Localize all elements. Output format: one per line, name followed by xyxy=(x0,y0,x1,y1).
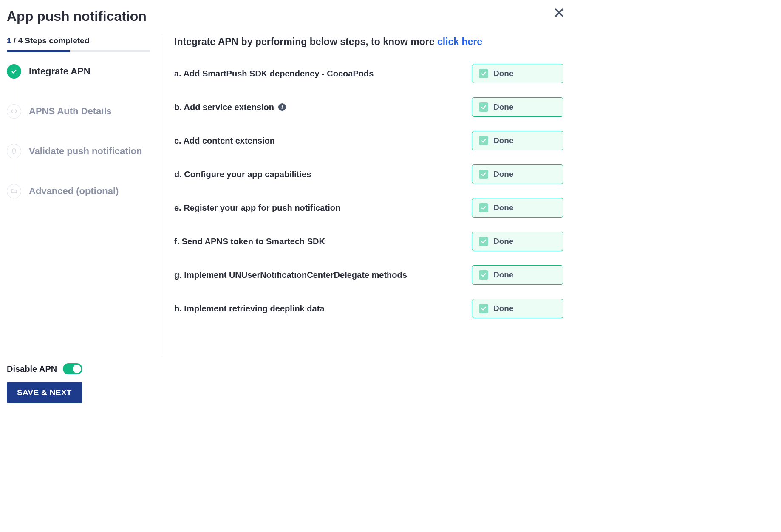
task-row: d. Configure your app capabilitiesDone xyxy=(174,164,563,184)
done-label: Done xyxy=(493,270,514,280)
task-label: e. Register your app for push notificati… xyxy=(174,203,340,213)
vertical-divider xyxy=(162,36,162,355)
done-label: Done xyxy=(493,304,514,313)
task-row: a. Add SmartPush SDK dependency - CocoaP… xyxy=(174,64,563,83)
folder-icon xyxy=(7,184,21,198)
progress-current: 1 xyxy=(7,36,11,45)
progress-text: 1 / 4 Steps completed xyxy=(7,36,150,45)
done-label: Done xyxy=(493,203,514,212)
step-validate-push[interactable]: Validate push notification xyxy=(7,144,150,184)
task-row: g. Implement UNUserNotificationCenterDel… xyxy=(174,265,563,285)
task-label: c. Add content extension xyxy=(174,136,275,146)
step-label: Integrate APN xyxy=(29,66,91,77)
close-button[interactable] xyxy=(555,8,563,17)
main-panel: Integrate APN by performing below steps,… xyxy=(171,36,563,355)
check-icon xyxy=(479,170,488,179)
footer: Disable APN SAVE & NEXT xyxy=(7,363,563,403)
task-label-text: h. Implement retrieving deeplink data xyxy=(174,304,324,314)
done-label: Done xyxy=(493,102,514,112)
task-label-text: f. Send APNS token to Smartech SDK xyxy=(174,237,325,246)
task-row: c. Add content extensionDone xyxy=(174,131,563,150)
progress-bar xyxy=(7,50,150,52)
save-next-button[interactable]: SAVE & NEXT xyxy=(7,382,82,403)
task-label: a. Add SmartPush SDK dependency - CocoaP… xyxy=(174,69,374,79)
done-button[interactable]: Done xyxy=(472,198,563,218)
disable-apn-toggle[interactable] xyxy=(63,363,82,374)
modal-header: App push notification xyxy=(7,8,563,24)
check-icon xyxy=(479,304,488,313)
progress-fill xyxy=(7,50,70,52)
step-label: Advanced (optional) xyxy=(29,186,119,197)
done-button[interactable]: Done xyxy=(472,64,563,83)
toggle-knob xyxy=(73,365,81,373)
done-label: Done xyxy=(493,170,514,179)
task-label-text: b. Add service extension xyxy=(174,102,274,112)
task-label: b. Add service extensioni xyxy=(174,102,286,112)
task-label-text: a. Add SmartPush SDK dependency - CocoaP… xyxy=(174,69,374,79)
info-icon[interactable]: i xyxy=(278,103,286,111)
done-label: Done xyxy=(493,237,514,246)
step-label: Validate push notification xyxy=(29,146,142,157)
task-row: f. Send APNS token to Smartech SDKDone xyxy=(174,232,563,251)
check-icon xyxy=(479,270,488,280)
done-button[interactable]: Done xyxy=(472,265,563,285)
bell-icon xyxy=(7,144,21,158)
task-label-text: c. Add content extension xyxy=(174,136,275,146)
done-button[interactable]: Done xyxy=(472,131,563,150)
main-heading: Integrate APN by performing below steps,… xyxy=(174,36,563,48)
task-label-text: d. Configure your app capabilities xyxy=(174,170,311,179)
task-label: g. Implement UNUserNotificationCenterDel… xyxy=(174,270,407,280)
code-icon xyxy=(7,104,21,119)
done-button[interactable]: Done xyxy=(472,97,563,117)
done-button[interactable]: Done xyxy=(472,232,563,251)
task-label-text: g. Implement UNUserNotificationCenterDel… xyxy=(174,270,407,280)
toggle-label: Disable APN xyxy=(7,364,57,374)
step-apns-auth[interactable]: APNS Auth Details xyxy=(7,104,150,144)
close-icon xyxy=(555,8,563,17)
check-icon xyxy=(479,203,488,212)
sidebar: 1 / 4 Steps completed Integrate APN APNS… xyxy=(7,36,153,355)
done-button[interactable]: Done xyxy=(472,299,563,318)
task-row: b. Add service extensioniDone xyxy=(174,97,563,117)
task-label: f. Send APNS token to Smartech SDK xyxy=(174,237,325,246)
step-list: Integrate APN APNS Auth Details Validate… xyxy=(7,64,150,198)
step-advanced[interactable]: Advanced (optional) xyxy=(7,184,150,198)
check-icon xyxy=(479,69,488,78)
task-row: h. Implement retrieving deeplink dataDon… xyxy=(174,299,563,318)
progress-suffix: / 4 Steps completed xyxy=(11,36,90,45)
task-label-text: e. Register your app for push notificati… xyxy=(174,203,340,213)
step-label: APNS Auth Details xyxy=(29,106,112,117)
page-title: App push notification xyxy=(7,8,147,24)
heading-text: Integrate APN by performing below steps,… xyxy=(174,36,437,47)
task-list: a. Add SmartPush SDK dependency - CocoaP… xyxy=(174,64,563,318)
task-label: d. Configure your app capabilities xyxy=(174,170,311,179)
done-label: Done xyxy=(493,69,514,78)
done-button[interactable]: Done xyxy=(472,164,563,184)
check-icon xyxy=(479,102,488,112)
check-icon xyxy=(479,237,488,246)
task-row: e. Register your app for push notificati… xyxy=(174,198,563,218)
task-label: h. Implement retrieving deeplink data xyxy=(174,304,324,314)
check-icon xyxy=(7,64,21,79)
check-icon xyxy=(479,136,488,145)
disable-apn-row: Disable APN xyxy=(7,363,563,374)
click-here-link[interactable]: click here xyxy=(437,36,482,47)
done-label: Done xyxy=(493,136,514,145)
step-integrate-apn[interactable]: Integrate APN xyxy=(7,64,150,104)
